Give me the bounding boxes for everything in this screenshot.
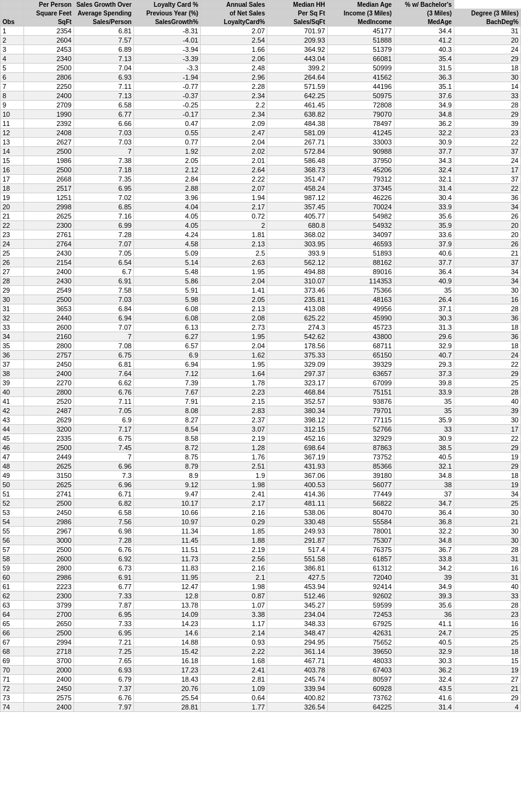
cell-row17-col6: 79312 — [327, 175, 394, 184]
cell-row21-col0: 21 — [1, 212, 24, 221]
cell-row52-col7: 34.7 — [394, 499, 454, 508]
cell-row46-col8: 29 — [454, 443, 520, 453]
cell-row36-col1: 2757 — [23, 351, 73, 360]
cell-row58-col1: 2600 — [23, 555, 73, 564]
cell-row27-col0: 27 — [1, 267, 24, 277]
header-row2-col0 — [1, 9, 24, 18]
cell-row51-col3: 9.47 — [134, 490, 201, 499]
cell-row29-col1: 2549 — [23, 286, 73, 295]
cell-row36-col7: 40.7 — [394, 351, 454, 360]
cell-row59-col3: 11.83 — [134, 564, 201, 573]
cell-row62-col6: 92602 — [327, 592, 394, 601]
cell-row34-col4: 1.95 — [201, 332, 267, 341]
cell-row56-col5: 291.87 — [267, 536, 327, 545]
cell-row46-col7: 38.5 — [394, 443, 454, 453]
cell-row49-col5: 367.06 — [267, 471, 327, 480]
cell-row54-col5: 330.48 — [267, 517, 327, 527]
cell-row51-col1: 2741 — [23, 490, 73, 499]
cell-row71-col3: 18.43 — [134, 675, 201, 684]
cell-row12-col2: 7.03 — [73, 128, 133, 138]
cell-row68-col2: 7.25 — [73, 647, 133, 656]
cell-row31-col1: 3653 — [23, 304, 73, 314]
cell-row42-col7: 35 — [394, 406, 454, 416]
cell-row29-col0: 29 — [1, 286, 24, 295]
cell-row35-col2: 7.08 — [73, 341, 133, 351]
cell-row35-col0: 35 — [1, 341, 24, 351]
cell-row21-col6: 54982 — [327, 212, 394, 221]
cell-row25-col4: 2.5 — [201, 249, 267, 258]
cell-row38-col4: 1.64 — [201, 369, 267, 379]
cell-row60-col6: 72040 — [327, 573, 394, 582]
cell-row10-col3: -0.17 — [134, 110, 201, 119]
cell-row1-col7: 34.4 — [394, 27, 454, 36]
cell-row24-col8: 26 — [454, 240, 520, 249]
cell-row18-col4: 2.07 — [201, 184, 267, 193]
cell-row46-col6: 87863 — [327, 443, 394, 453]
cell-row39-col6: 67099 — [327, 379, 394, 388]
cell-row33-col0: 33 — [1, 323, 24, 332]
cell-row33-col7: 31.3 — [394, 323, 454, 332]
cell-row3-col2: 6.89 — [73, 45, 133, 54]
cell-row3-col6: 51379 — [327, 45, 394, 54]
cell-row41-col5: 352.57 — [267, 397, 327, 406]
cell-row74-col0: 74 — [1, 703, 24, 712]
cell-row15-col0: 15 — [1, 156, 24, 165]
header-row1-col7: % w/ Bachelor's — [394, 1, 454, 9]
cell-row47-col3: 8.75 — [134, 453, 201, 462]
cell-row5-col8: 18 — [454, 64, 520, 73]
cell-row39-col7: 39.8 — [394, 379, 454, 388]
cell-row27-col5: 494.88 — [267, 267, 327, 277]
cell-row10-col5: 638.82 — [267, 110, 327, 119]
cell-row57-col0: 57 — [1, 545, 24, 555]
cell-row50-col2: 6.96 — [73, 480, 133, 490]
cell-row43-col8: 30 — [454, 416, 520, 425]
cell-row14-col1: 2500 — [23, 147, 73, 156]
cell-row60-col8: 31 — [454, 573, 520, 582]
cell-row49-col4: 1.9 — [201, 471, 267, 480]
cell-row13-col1: 2627 — [23, 138, 73, 147]
cell-row74-col5: 326.54 — [267, 703, 327, 712]
cell-row34-col8: 36 — [454, 332, 520, 341]
cell-row24-col1: 2764 — [23, 240, 73, 249]
cell-row54-col1: 2986 — [23, 517, 73, 527]
cell-row46-col2: 7.45 — [73, 443, 133, 453]
cell-row53-col1: 2450 — [23, 508, 73, 517]
cell-row29-col4: 1.41 — [201, 286, 267, 295]
cell-row73-col5: 400.82 — [267, 693, 327, 703]
cell-row65-col2: 7.33 — [73, 619, 133, 629]
cell-row6-col6: 41562 — [327, 73, 394, 82]
cell-row57-col2: 6.76 — [73, 545, 133, 555]
cell-row69-col7: 30.3 — [394, 656, 454, 666]
cell-row28-col5: 310.07 — [267, 277, 327, 286]
cell-row49-col0: 49 — [1, 471, 24, 480]
cell-row19-col3: 3.96 — [134, 193, 201, 203]
cell-row23-col7: 33.6 — [394, 230, 454, 240]
cell-row71-col0: 71 — [1, 675, 24, 684]
cell-row31-col0: 31 — [1, 304, 24, 314]
cell-row30-col3: 5.98 — [134, 295, 201, 304]
cell-row15-col6: 37950 — [327, 156, 394, 165]
cell-row6-col8: 30 — [454, 73, 520, 82]
cell-row12-col8: 23 — [454, 128, 520, 138]
cell-row9-col4: 2.2 — [201, 101, 267, 110]
cell-row40-col4: 2.23 — [201, 388, 267, 397]
cell-row17-col3: 2.84 — [134, 175, 201, 184]
cell-row71-col4: 2.81 — [201, 675, 267, 684]
cell-row68-col5: 361.14 — [267, 647, 327, 656]
cell-row30-col1: 2500 — [23, 295, 73, 304]
cell-row40-col6: 75151 — [327, 388, 394, 397]
cell-row41-col0: 41 — [1, 397, 24, 406]
table-body: 123546.81-8.312.07701.974517734.43122604… — [1, 27, 521, 712]
cell-row52-col3: 10.17 — [134, 499, 201, 508]
header-row2-col8: Degree (3 Miles) — [454, 9, 520, 18]
cell-row17-col2: 7.35 — [73, 175, 133, 184]
cell-row55-col2: 6.98 — [73, 527, 133, 536]
cell-row74-col7: 31.4 — [394, 703, 454, 712]
cell-row38-col6: 63657 — [327, 369, 394, 379]
cell-row73-col8: 29 — [454, 693, 520, 703]
cell-row8-col1: 2400 — [23, 91, 73, 101]
cell-row45-col5: 452.16 — [267, 434, 327, 443]
cell-row52-col8: 25 — [454, 499, 520, 508]
header-row3-col5: Sales/SqFt — [267, 18, 327, 27]
cell-row27-col1: 2400 — [23, 267, 73, 277]
